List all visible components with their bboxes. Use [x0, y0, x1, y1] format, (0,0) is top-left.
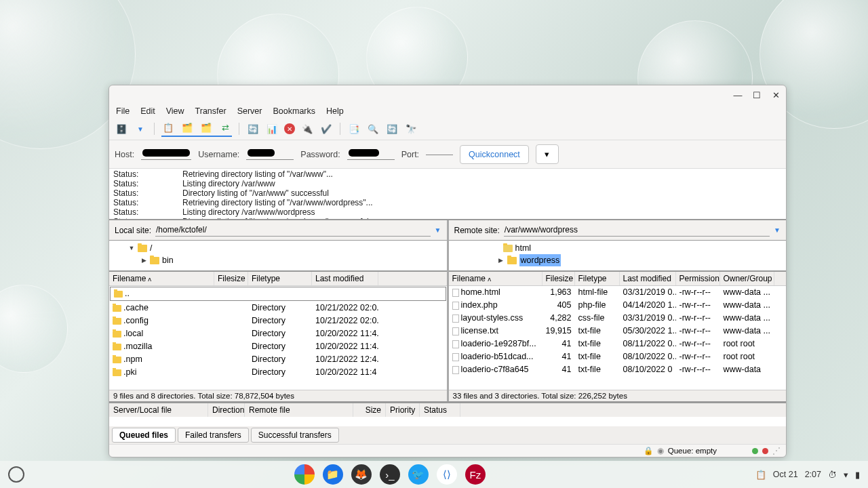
password-input[interactable]	[347, 148, 395, 160]
tree-node-bin[interactable]: bin	[162, 254, 174, 266]
list-item[interactable]: .npmDirectory10/21/2022 12:4...	[109, 353, 447, 366]
site-manager-icon[interactable]: 🗄️	[115, 122, 128, 136]
password-label: Password:	[300, 150, 340, 159]
col-permissions[interactable]: Permissions	[676, 272, 720, 285]
system-tray[interactable]: 📋 Oct 21 2:07 ⏱ ▾ ▮	[755, 470, 860, 480]
qcol-remote[interactable]: Remote file	[245, 403, 353, 417]
menu-file[interactable]: File	[116, 106, 130, 116]
col-filesize[interactable]: Filesize	[214, 272, 248, 285]
qcol-priority[interactable]: Priority	[386, 403, 420, 417]
username-input[interactable]	[246, 148, 294, 160]
chevron-down-icon[interactable]: ▼	[134, 122, 147, 136]
toggle-log-icon[interactable]: 📋	[161, 121, 175, 134]
clipboard-icon[interactable]: 📋	[755, 470, 766, 480]
list-item[interactable]: ..	[110, 287, 446, 301]
list-item[interactable]: home.html1,963html-file03/31/2019 0...-r…	[449, 286, 787, 299]
port-input[interactable]	[426, 153, 453, 155]
toggle-queue-icon[interactable]: ⇄	[218, 121, 232, 134]
titlebar: — ☐ ✕	[109, 85, 786, 104]
col-filename[interactable]: Filenameʌ	[449, 272, 542, 285]
sync-browse-icon[interactable]: 🔄	[385, 122, 399, 136]
disconnect-icon[interactable]: 🔌	[300, 122, 314, 136]
local-path-input[interactable]: /home/kctofel/	[155, 224, 431, 237]
expand-icon[interactable]: ▶	[498, 254, 505, 266]
list-item[interactable]: .pkiDirectory10/20/2022 11:4	[109, 366, 447, 379]
col-modified[interactable]: Last modified	[620, 272, 676, 285]
list-item[interactable]: loaderio-c7f8a64541txt-file08/10/2022 0-…	[449, 363, 787, 376]
tab-queued[interactable]: Queued files	[112, 428, 176, 443]
process-queue-icon[interactable]: 📊	[265, 122, 279, 136]
app-icon[interactable]: 🦊	[351, 464, 372, 485]
list-item[interactable]: .localDirectory10/20/2022 11:4...	[109, 327, 447, 340]
list-item[interactable]: .cacheDirectory10/21/2022 02:0...	[109, 302, 447, 314]
list-item[interactable]: license.txt19,915txt-file05/30/2022 1...…	[449, 325, 787, 338]
tree-node-html[interactable]: html	[515, 242, 532, 254]
col-filetype[interactable]: Filetype	[248, 272, 312, 285]
compare-icon[interactable]: 🔍	[366, 122, 380, 136]
tab-successful[interactable]: Successful transfers	[251, 428, 339, 443]
list-item[interactable]: .configDirectory10/21/2022 02:0...	[109, 314, 447, 327]
battery-icon[interactable]: ▮	[855, 470, 860, 480]
qcol-size[interactable]: Size	[353, 403, 386, 417]
tree-node-root[interactable]: /	[150, 242, 152, 254]
toggle-local-tree-icon[interactable]: 🗂️	[180, 121, 194, 134]
toggle-remote-tree-icon[interactable]: 🗂️	[199, 121, 213, 134]
col-filetype[interactable]: Filetype	[575, 272, 620, 285]
wifi-icon[interactable]: ▾	[844, 470, 848, 480]
quickconnect-button[interactable]: Quickconnect	[460, 145, 529, 164]
remote-path-dropdown[interactable]: ▼	[774, 226, 781, 234]
reconnect-icon[interactable]: ✔️	[319, 122, 333, 136]
filezilla-icon[interactable]: Fz	[465, 464, 486, 485]
filter-icon[interactable]: 📑	[347, 122, 361, 136]
menu-bookmarks[interactable]: Bookmarks	[273, 106, 315, 116]
menu-server[interactable]: Server	[237, 106, 262, 116]
notifications-icon[interactable]: ⏱	[828, 470, 837, 480]
col-owner[interactable]: Owner/Group	[720, 272, 774, 285]
menu-help[interactable]: Help	[326, 106, 344, 116]
cancel-icon[interactable]: ✕	[284, 123, 295, 134]
host-input[interactable]	[141, 148, 191, 160]
remote-file-list[interactable]: home.html1,963html-file03/31/2019 0...-r…	[449, 286, 787, 390]
expand-icon[interactable]: ▶	[140, 254, 147, 266]
qcol-server[interactable]: Server/Local file	[109, 403, 208, 417]
files-icon[interactable]: 📁	[323, 464, 343, 485]
close-icon[interactable]: ✕	[771, 90, 781, 100]
site-panes: Local site: /home/kctofel/ ▼ ▼ / ▶ bin F…	[109, 220, 786, 401]
collapse-icon[interactable]: ▼	[128, 242, 135, 254]
col-modified[interactable]: Last modified	[312, 272, 378, 285]
vscode-icon[interactable]: ⟨⟩	[437, 464, 457, 485]
col-filesize[interactable]: Filesize	[542, 272, 575, 285]
launcher-icon[interactable]	[8, 466, 24, 483]
tree-node-wordpress[interactable]: wordpress	[519, 254, 561, 266]
list-item[interactable]: loaderio-b51dcad...41txt-file08/10/2022 …	[449, 350, 787, 363]
menu-view[interactable]: View	[166, 106, 184, 116]
list-item[interactable]: index.php405php-file04/14/2020 1...-rw-r…	[449, 299, 787, 312]
quickconnect-dropdown[interactable]: ▾	[536, 144, 559, 164]
queue-status: Queue: empty	[668, 447, 717, 455]
list-item[interactable]: .mozillaDirectory10/20/2022 11:4...	[109, 340, 447, 353]
maximize-icon[interactable]: ☐	[752, 90, 762, 100]
list-item[interactable]: loaderio-1e9287bf...41txt-file08/11/2022…	[449, 338, 787, 350]
local-file-list[interactable]: ...cacheDirectory10/21/2022 02:0....conf…	[109, 286, 447, 390]
local-path-dropdown[interactable]: ▼	[435, 226, 441, 234]
col-filename[interactable]: Filenameʌ	[109, 272, 214, 285]
message-log[interactable]: Status:Retrieving directory listing of "…	[109, 169, 786, 220]
local-tree[interactable]: ▼ / ▶ bin	[109, 241, 447, 272]
remote-path-input[interactable]: /var/www/wordpress	[504, 224, 770, 237]
minimize-icon[interactable]: —	[733, 90, 743, 100]
menu-transfer[interactable]: Transfer	[195, 106, 226, 116]
local-pane: Local site: /home/kctofel/ ▼ ▼ / ▶ bin F…	[109, 220, 449, 401]
list-item[interactable]: layout-styles.css4,282css-file03/31/2019…	[449, 312, 787, 325]
search-icon[interactable]: 🔭	[404, 122, 418, 136]
qcol-status[interactable]: Status	[420, 403, 460, 417]
refresh-icon[interactable]: 🔄	[246, 122, 260, 136]
resize-grip-icon[interactable]: ⋰	[772, 446, 781, 455]
terminal-icon[interactable]: ›_	[380, 464, 400, 485]
queue-body[interactable]	[109, 417, 786, 426]
tab-failed[interactable]: Failed transfers	[178, 428, 249, 443]
remote-tree[interactable]: html ▶ wordpress	[449, 241, 787, 272]
qcol-direction[interactable]: Direction	[208, 403, 245, 417]
twitter-icon[interactable]: 🐦	[408, 464, 429, 485]
chrome-icon[interactable]	[294, 464, 315, 485]
menu-edit[interactable]: Edit	[140, 106, 155, 116]
